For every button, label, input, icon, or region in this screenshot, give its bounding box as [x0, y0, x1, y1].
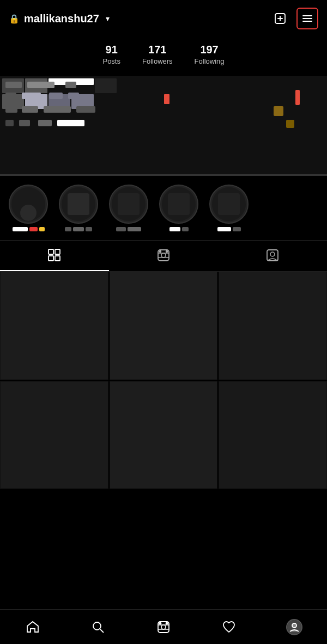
story-circle — [109, 185, 148, 224]
stats-row: 91 Posts 171 Followers 197 Following — [0, 35, 327, 76]
nav-profile[interactable] — [281, 614, 308, 641]
username-text: mallikanshu27 — [24, 13, 99, 25]
avatar-inner — [287, 620, 301, 634]
story-item[interactable] — [7, 185, 50, 231]
photo-cell[interactable] — [0, 272, 108, 380]
photo-cell[interactable] — [219, 381, 327, 489]
following-stat[interactable]: 197 Following — [195, 44, 225, 65]
username-area[interactable]: 🔒 mallikanshu27 ▾ — [9, 13, 110, 25]
svg-point-18 — [93, 622, 101, 630]
tab-tagged[interactable] — [218, 241, 327, 271]
followers-count: 171 — [148, 44, 166, 56]
story-circle — [159, 185, 198, 224]
lock-icon: 🔒 — [9, 14, 20, 24]
blurred-profile-content — [0, 76, 327, 174]
posts-label: Posts — [102, 57, 120, 65]
nav-search[interactable] — [84, 614, 112, 641]
story-circle — [9, 185, 48, 224]
story-circle — [59, 185, 98, 224]
nav-home[interactable] — [19, 614, 46, 641]
stories-row[interactable] — [0, 176, 327, 240]
bottom-nav — [0, 609, 327, 644]
photo-grid — [0, 272, 327, 489]
svg-rect-7 — [55, 249, 60, 254]
posts-count: 91 — [106, 44, 118, 56]
following-count: 197 — [200, 44, 218, 56]
nav-reels[interactable] — [150, 614, 177, 641]
svg-point-11 — [161, 253, 166, 257]
story-circle — [209, 185, 249, 224]
tabs-row — [0, 240, 327, 272]
story-item[interactable] — [107, 185, 150, 231]
story-item[interactable] — [207, 185, 251, 231]
svg-point-17 — [270, 252, 275, 256]
svg-point-25 — [166, 622, 168, 624]
svg-point-26 — [292, 623, 296, 628]
posts-stat[interactable]: 91 Posts — [102, 44, 120, 65]
profile-blurred-area — [0, 76, 327, 174]
svg-point-15 — [166, 251, 168, 253]
svg-point-14 — [160, 251, 161, 253]
chevron-down-icon: ▾ — [106, 14, 110, 23]
svg-point-24 — [160, 622, 161, 624]
story-item[interactable] — [57, 185, 100, 231]
photo-cell[interactable] — [110, 381, 218, 489]
svg-line-19 — [100, 629, 104, 633]
following-label: Following — [195, 57, 225, 65]
add-post-button[interactable] — [269, 8, 291, 29]
svg-point-21 — [161, 625, 166, 629]
svg-rect-9 — [55, 256, 60, 261]
menu-button[interactable] — [296, 8, 318, 29]
svg-rect-8 — [49, 256, 53, 261]
svg-rect-6 — [49, 249, 53, 254]
tab-grid[interactable] — [0, 241, 109, 271]
tab-reels[interactable] — [109, 241, 218, 271]
followers-stat[interactable]: 171 Followers — [142, 44, 173, 65]
svg-rect-16 — [267, 250, 278, 261]
top-bar: 🔒 mallikanshu27 ▾ — [0, 0, 327, 35]
story-item[interactable] — [157, 185, 201, 231]
nav-heart[interactable] — [215, 614, 243, 641]
photo-cell[interactable] — [219, 272, 327, 380]
followers-label: Followers — [142, 57, 173, 65]
photo-cell[interactable] — [110, 272, 218, 380]
avatar — [286, 619, 302, 635]
top-bar-actions — [269, 8, 318, 29]
photo-cell[interactable] — [0, 381, 108, 489]
